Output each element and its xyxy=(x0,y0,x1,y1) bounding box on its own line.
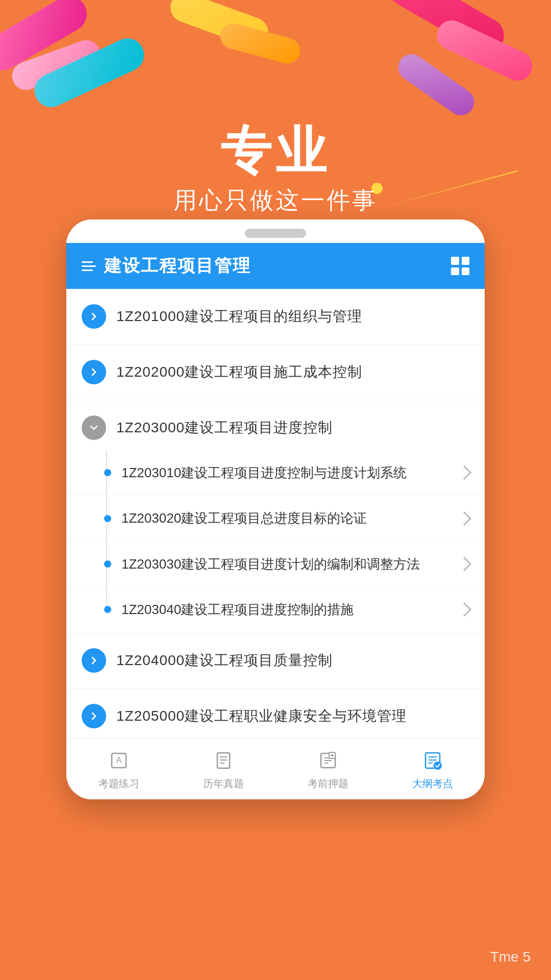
phone-mockup: 建设工程项目管理 1Z201000建设工程项目的组织与管理 1Z202000建设… xyxy=(66,219,485,799)
deco-pill-5 xyxy=(217,20,303,66)
phone-speaker xyxy=(245,229,306,238)
deco-pill-8 xyxy=(393,49,479,120)
hero-subtitle: 用心只做这一件事 xyxy=(0,185,551,216)
tab-item-kaoti[interactable]: A 考题练习 xyxy=(66,739,171,799)
list-item-text: 1Z204000建设工程项目质量控制 xyxy=(116,650,333,670)
sub-list-item[interactable]: 1Z203030建设工程项目进度计划的编制和调整方法 xyxy=(66,542,485,587)
phone-topbar xyxy=(66,219,485,243)
list-item-text: 1Z203000建设工程项目进度控制 xyxy=(116,418,333,437)
sub-item-dot xyxy=(104,606,111,613)
tab-label-kaoti: 考题练习 xyxy=(98,777,139,791)
deco-pill-6 xyxy=(383,0,511,59)
list-item[interactable]: 1Z201000建设工程项目的组织与管理 xyxy=(66,289,485,345)
list-item[interactable]: 1Z205000建设工程职业健康安全与环境管理 xyxy=(66,689,485,744)
linian-icon xyxy=(210,747,237,774)
time-label: Tme 5 xyxy=(490,949,531,965)
chevron-right-icon xyxy=(457,465,471,480)
deco-pill-4 xyxy=(166,0,272,51)
list-item[interactable]: 1Z204000建设工程项目质量控制 xyxy=(66,633,485,689)
tab-item-linian[interactable]: 历年真题 xyxy=(171,739,276,799)
list-item[interactable]: 1Z202000建设工程项目施工成本控制 xyxy=(66,345,485,400)
svg-text:A: A xyxy=(116,756,121,765)
item-expand-icon xyxy=(82,648,106,673)
sub-item-dot xyxy=(104,515,111,522)
grid-view-icon[interactable] xyxy=(451,257,469,275)
tab-item-kaoqian[interactable]: 考前押题 xyxy=(276,739,380,799)
list-item-expanded[interactable]: 1Z203000建设工程项目进度控制 xyxy=(66,400,485,450)
chevron-right-icon xyxy=(457,511,471,525)
sub-list-item[interactable]: 1Z203010建设工程项目进度控制与进度计划系统 xyxy=(66,450,485,496)
deco-pill-1 xyxy=(0,0,93,77)
item-expand-icon xyxy=(82,304,106,329)
page-bottom: Tme 5 xyxy=(0,934,551,980)
sub-item-dot xyxy=(104,560,111,568)
list-item-text: 1Z205000建设工程职业健康安全与环境管理 xyxy=(116,706,407,726)
deco-pill-7 xyxy=(432,15,537,85)
list-item-text: 1Z201000建设工程项目的组织与管理 xyxy=(116,306,362,326)
sub-list: 1Z203010建设工程项目进度控制与进度计划系统 1Z203020建设工程项目… xyxy=(66,450,485,633)
list-item-text: 1Z202000建设工程项目施工成本控制 xyxy=(116,362,362,382)
sub-item-text: 1Z203020建设工程项目总进度目标的论证 xyxy=(121,509,459,527)
sub-item-text: 1Z203030建设工程项目进度计划的编制和调整方法 xyxy=(121,555,459,573)
sub-item-dot xyxy=(104,469,111,476)
app-header-left: 建设工程项目管理 xyxy=(82,254,251,278)
item-expand-icon xyxy=(82,704,106,728)
hero-title: 专业 xyxy=(0,122,551,179)
item-expand-icon xyxy=(82,360,106,384)
sub-item-text: 1Z203010建设工程项目进度控制与进度计划系统 xyxy=(121,463,459,482)
tab-label-dagang: 大纲考点 xyxy=(412,777,453,791)
kaoqian-icon xyxy=(315,747,341,774)
app-header-title: 建设工程项目管理 xyxy=(104,254,251,278)
app-header: 建设工程项目管理 xyxy=(66,243,485,289)
sub-list-item[interactable]: 1Z203020建设工程项目总进度目标的论证 xyxy=(66,496,485,541)
deco-pill-3 xyxy=(29,33,149,112)
chevron-right-icon xyxy=(457,602,471,617)
sub-item-text: 1Z203040建设工程项目进度控制的措施 xyxy=(121,600,459,619)
chevron-right-icon xyxy=(457,557,471,571)
bottom-tab-bar: A 考题练习 历年真题 xyxy=(66,738,485,799)
deco-pill-2 xyxy=(8,36,104,94)
tab-label-kaoqian: 考前押题 xyxy=(308,777,348,791)
svg-point-17 xyxy=(434,762,442,770)
hero-section: 专业 用心只做这一件事 xyxy=(0,122,551,216)
menu-icon[interactable] xyxy=(82,261,96,271)
dagang-icon xyxy=(419,747,446,774)
tab-label-linian: 历年真题 xyxy=(203,777,244,791)
sub-list-item[interactable]: 1Z203040建设工程项目进度控制的措施 xyxy=(66,587,485,632)
kaoti-icon: A xyxy=(106,747,132,774)
tab-item-dagang[interactable]: 大纲考点 xyxy=(380,739,485,799)
item-collapse-icon xyxy=(82,415,106,440)
list-content: 1Z201000建设工程项目的组织与管理 1Z202000建设工程项目施工成本控… xyxy=(66,289,485,799)
